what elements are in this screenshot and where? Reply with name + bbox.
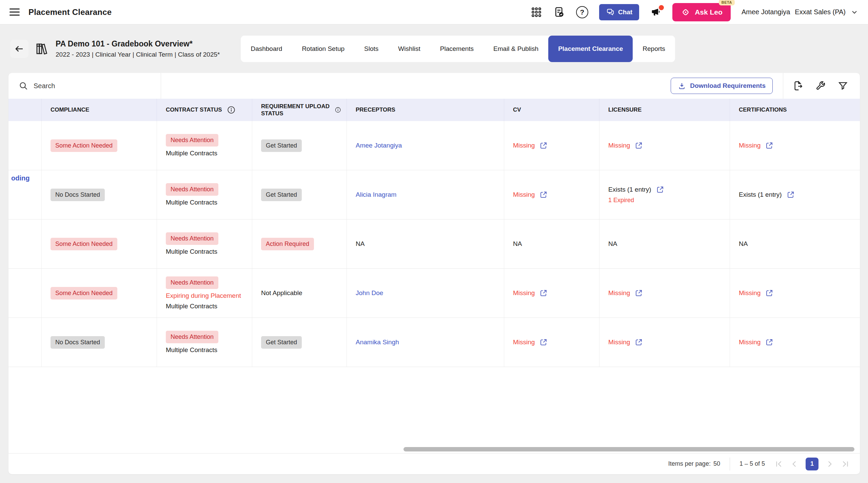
back-button[interactable] <box>10 40 28 58</box>
help-icon[interactable]: ? <box>576 6 588 18</box>
cell-cv: NA <box>504 219 599 268</box>
certifications-status: NA <box>739 240 748 248</box>
search-input[interactable] <box>34 82 161 90</box>
cv-status: Missing <box>513 191 535 198</box>
preceptor-link[interactable]: John Doe <box>356 289 383 297</box>
cell-certifications: Missing <box>730 121 860 170</box>
header-preceptors: PRECEPTORS <box>347 99 504 121</box>
external-link-icon[interactable] <box>635 141 643 150</box>
items-per-page-value[interactable]: 50 <box>713 460 720 467</box>
tab-slots[interactable]: Slots <box>354 36 388 62</box>
cell-student-name <box>8 269 41 317</box>
contract-note: Multiple Contracts <box>166 150 217 157</box>
external-link-icon[interactable] <box>539 191 548 199</box>
cell-certifications: Exists (1 entry) <box>730 170 860 219</box>
external-link-icon[interactable] <box>635 338 643 346</box>
cell-compliance: Some Action Needed <box>41 219 157 268</box>
next-page-icon[interactable] <box>825 460 834 468</box>
cell-cv: Missing <box>504 318 599 367</box>
contract-note: Multiple Contracts <box>166 248 217 255</box>
licensure-status: Missing <box>608 142 630 149</box>
cell-compliance: No Docs Started <box>41 170 157 219</box>
chat-icon <box>606 8 615 17</box>
last-page-icon[interactable] <box>841 460 850 468</box>
search-icon <box>19 81 28 91</box>
cell-licensure: NA <box>599 219 730 268</box>
cell-compliance: Some Action Needed <box>41 121 157 170</box>
external-link-icon[interactable] <box>539 338 548 346</box>
external-link-icon[interactable] <box>765 338 773 346</box>
certifications-status: Missing <box>739 339 761 346</box>
external-link-icon[interactable] <box>539 289 548 297</box>
table-toolbar: Download Requirements <box>8 73 860 99</box>
filter-icon[interactable] <box>837 80 848 91</box>
upload-status-badge: Get Started <box>261 139 302 152</box>
cell-licensure: Missing <box>599 121 730 170</box>
preceptor-na: NA <box>356 240 364 248</box>
menu-icon[interactable] <box>9 6 20 18</box>
external-link-icon[interactable] <box>656 186 664 194</box>
contract-note: Multiple Contracts <box>166 199 217 206</box>
compliance-badge: No Docs Started <box>51 336 105 349</box>
external-link-icon[interactable] <box>765 289 773 297</box>
tab-rotation-setup[interactable]: Rotation Setup <box>292 36 354 62</box>
cv-status: Missing <box>513 289 535 297</box>
notification-dot <box>659 5 664 10</box>
items-per-page-label: Items per page: <box>668 460 711 467</box>
tab-placement-clearance[interactable]: Placement Clearance <box>548 36 633 62</box>
table-row: Some Action Needed Needs Attention Multi… <box>8 121 860 170</box>
pagination-bar: Items per page: 50 1 – 5 of 5 1 <box>8 453 860 474</box>
export-icon[interactable] <box>793 80 804 91</box>
tab-wishlist[interactable]: Wishlist <box>388 36 430 62</box>
download-icon <box>678 82 686 90</box>
tab-dashboard[interactable]: Dashboard <box>241 36 292 62</box>
table-row: Some Action Needed Needs Attention Multi… <box>8 219 860 269</box>
tab-reports[interactable]: Reports <box>633 36 675 62</box>
preceptor-link[interactable]: Amee Jotangiya <box>356 142 402 149</box>
preceptor-link[interactable]: Alicia Inagram <box>356 191 396 198</box>
cell-preceptors: John Doe <box>347 269 504 317</box>
wrench-icon[interactable] <box>815 80 826 91</box>
external-link-icon[interactable] <box>635 289 643 297</box>
download-requirements-button[interactable]: Download Requirements <box>671 78 773 94</box>
horizontal-scrollbar[interactable] <box>403 447 854 451</box>
megaphone-icon[interactable] <box>650 6 662 18</box>
first-page-icon[interactable] <box>774 460 783 468</box>
cell-certifications: Missing <box>730 318 860 367</box>
download-requirements-label: Download Requirements <box>690 82 766 90</box>
cell-upload-status: Action Required <box>252 219 347 268</box>
contract-status-badge: Needs Attention <box>166 183 218 196</box>
apps-grid-icon[interactable] <box>531 6 542 18</box>
tasks-check-icon[interactable] <box>553 6 565 18</box>
external-link-icon[interactable] <box>787 191 795 199</box>
search-box[interactable] <box>8 73 161 99</box>
user-menu[interactable]: Amee Jotangiya Exxat Sales (PA) <box>742 8 859 16</box>
table-empty-area <box>8 367 860 453</box>
student-name-link-truncated[interactable]: oding <box>11 174 29 182</box>
info-icon[interactable] <box>227 105 236 114</box>
preceptor-link[interactable]: Anamika Singh <box>356 339 399 346</box>
leo-logo-icon <box>680 7 691 17</box>
chat-button[interactable]: Chat <box>599 4 639 20</box>
prev-page-icon[interactable] <box>790 460 799 468</box>
tab-placements[interactable]: Placements <box>430 36 484 62</box>
cell-contract-status: Needs Attention Multiple Contracts <box>157 170 252 219</box>
table-row: No Docs Started Needs Attention Multiple… <box>8 318 860 367</box>
certifications-status: Missing <box>739 289 761 297</box>
contract-note: Multiple Contracts <box>166 303 217 310</box>
table-header-row: COMPLIANCE CONTRACT STATUS REQUIREMENT U… <box>8 99 860 121</box>
cell-licensure: Missing <box>599 318 730 367</box>
upload-status-badge: Action Required <box>261 238 314 250</box>
user-org: Exxat Sales (PA) <box>795 8 846 16</box>
external-link-icon[interactable] <box>765 141 773 150</box>
tab-email-publish[interactable]: Email & Publish <box>484 36 548 62</box>
page-number-button[interactable]: 1 <box>806 458 818 470</box>
ask-leo-button[interactable]: Ask Leo BETA <box>672 3 731 21</box>
cell-contract-status: Needs Attention Multiple Contracts <box>157 318 252 367</box>
cell-licensure: Exists (1 entry) 1 Expired <box>599 170 730 219</box>
contract-status-badge: Needs Attention <box>166 331 218 343</box>
header-contract-status: CONTRACT STATUS <box>157 99 252 121</box>
info-icon[interactable] <box>335 105 341 114</box>
external-link-icon[interactable] <box>539 141 548 150</box>
page-header: PA Demo 101 - Gradebook Overview* 2022 -… <box>0 24 868 73</box>
